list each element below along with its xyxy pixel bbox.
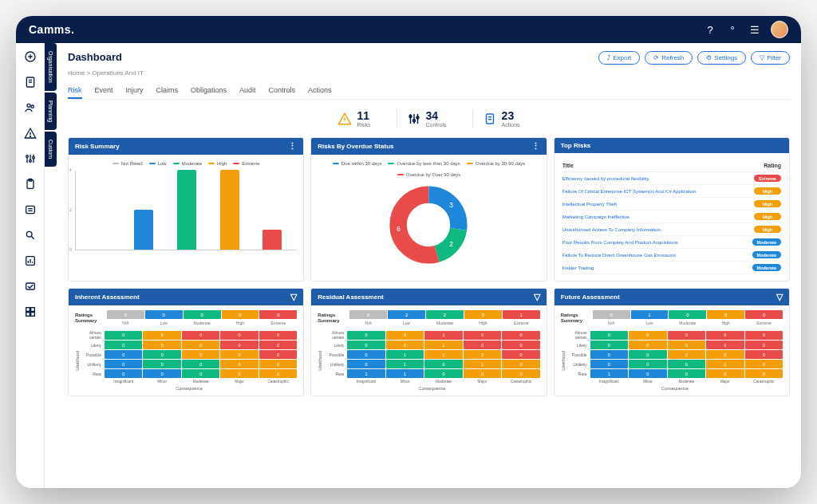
matrix-cell[interactable]: 0 xyxy=(259,350,297,359)
matrix-cell[interactable]: 1 xyxy=(424,350,462,359)
matrix-cell[interactable]: 0 xyxy=(259,369,297,378)
matrix-cell[interactable]: 0 xyxy=(668,331,705,340)
matrix-cell[interactable]: 0 xyxy=(220,350,258,359)
matrix-cell[interactable]: 0 xyxy=(347,341,385,349)
matrix-cell[interactable]: 0 xyxy=(105,341,142,349)
matrix-cell[interactable]: 0 xyxy=(590,360,628,368)
matrix-cell[interactable]: 0 xyxy=(386,331,424,340)
matrix-cell[interactable]: 0 xyxy=(259,360,297,368)
matrix-cell[interactable]: 0 xyxy=(464,341,501,349)
tab-obligations[interactable]: Obligations xyxy=(191,83,227,99)
matrix-cell[interactable]: 0 xyxy=(182,331,219,340)
matrix-cell[interactable]: 0 xyxy=(182,350,219,359)
matrix-cell[interactable]: 0 xyxy=(668,369,705,378)
tab-risk[interactable]: Risk xyxy=(68,83,82,99)
matrix-cell[interactable]: 0 xyxy=(629,360,666,368)
matrix-cell[interactable]: 0 xyxy=(590,341,628,349)
users-icon[interactable] xyxy=(23,100,37,115)
matrix-cell[interactable]: 0 xyxy=(220,341,258,349)
matrix-cell[interactable]: 0 xyxy=(668,360,705,368)
matrix-cell[interactable]: 0 xyxy=(220,369,258,378)
menu-icon[interactable]: ☰ xyxy=(748,23,761,36)
matrix-cell[interactable]: 0 xyxy=(706,341,744,349)
matrix-cell[interactable]: 0 xyxy=(259,341,297,349)
matrix-cell[interactable]: 0 xyxy=(182,360,219,368)
matrix-cell[interactable]: 0 xyxy=(706,350,744,359)
clipboard-icon[interactable] xyxy=(23,177,37,191)
message-icon[interactable] xyxy=(23,279,37,293)
settings-button[interactable]: ⚙Settings xyxy=(697,51,746,65)
risk-link[interactable]: Poor Results From Company And Product Ac… xyxy=(562,240,752,245)
matrix-cell[interactable]: 0 xyxy=(668,341,705,349)
matrix-cell[interactable]: 0 xyxy=(629,341,666,349)
matrix-cell[interactable]: 0 xyxy=(143,360,180,368)
matrix-cell[interactable]: 0 xyxy=(259,331,297,340)
matrix-cell[interactable]: 0 xyxy=(745,341,783,349)
matrix-cell[interactable]: 1 xyxy=(386,360,424,368)
matrix-cell[interactable]: 0 xyxy=(629,331,666,340)
matrix-cell[interactable]: 0 xyxy=(590,331,628,340)
tab-audit[interactable]: Audit xyxy=(239,83,256,99)
vert-tab-planning[interactable]: Planning xyxy=(45,93,57,130)
matrix-cell[interactable]: 0 xyxy=(143,341,180,349)
matrix-cell[interactable]: 1 xyxy=(424,341,462,349)
matrix-cell[interactable]: 0 xyxy=(143,331,180,340)
add-icon[interactable] xyxy=(23,49,37,64)
matrix-cell[interactable]: 0 xyxy=(590,350,628,359)
matrix-cell[interactable]: 0 xyxy=(668,350,705,359)
refresh-button[interactable]: ⟳Refresh xyxy=(645,51,693,65)
search-doc-icon[interactable] xyxy=(23,228,37,242)
matrix-cell[interactable]: 0 xyxy=(745,331,783,340)
vert-tab-organisation[interactable]: Organisation xyxy=(45,43,57,91)
matrix-cell[interactable]: 0 xyxy=(220,360,258,368)
matrix-cell[interactable]: 0 xyxy=(424,369,462,378)
matrix-cell[interactable]: 1 xyxy=(386,350,424,359)
matrix-cell[interactable]: 2 xyxy=(464,350,501,359)
matrix-cell[interactable]: 0 xyxy=(105,369,142,378)
matrix-cell[interactable]: 0 xyxy=(629,369,666,378)
matrix-cell[interactable]: 0 xyxy=(502,360,539,368)
matrix-cell[interactable]: 0 xyxy=(386,341,424,349)
sliders-icon[interactable] xyxy=(23,152,37,166)
matrix-cell[interactable]: 0 xyxy=(502,350,539,359)
matrix-cell[interactable]: 0 xyxy=(347,350,385,359)
matrix-cell[interactable]: 0 xyxy=(424,360,462,368)
matrix-cell[interactable]: 0 xyxy=(143,369,180,378)
filter-button[interactable]: ▽Filter xyxy=(751,51,790,65)
warning-icon[interactable] xyxy=(23,126,37,140)
chart-icon[interactable] xyxy=(23,254,37,268)
funnel-icon[interactable]: ▽ xyxy=(534,293,540,301)
risk-link[interactable]: Unauthorised Access To Company Informati… xyxy=(562,227,754,232)
matrix-cell[interactable]: 0 xyxy=(464,331,501,340)
matrix-cell[interactable]: 0 xyxy=(143,350,180,359)
matrix-cell[interactable]: 0 xyxy=(629,350,666,359)
risk-link[interactable]: Efficiency caused by procedural flexibil… xyxy=(562,176,754,181)
matrix-cell[interactable]: 1 xyxy=(347,369,385,378)
notifications-icon[interactable]: ° xyxy=(726,23,739,36)
risk-link[interactable]: Intellectual Property Theft xyxy=(562,202,754,207)
matrix-cell[interactable]: 1 xyxy=(386,369,424,378)
matrix-cell[interactable]: 0 xyxy=(105,360,142,368)
export-button[interactable]: ⤴Export xyxy=(598,51,640,65)
risk-link[interactable]: Insider Trading xyxy=(562,266,752,270)
matrix-cell[interactable]: 0 xyxy=(347,360,385,368)
avatar[interactable] xyxy=(771,21,788,38)
help-icon[interactable]: ? xyxy=(704,23,716,36)
tab-event[interactable]: Event xyxy=(95,83,113,99)
matrix-cell[interactable]: 1 xyxy=(424,331,462,340)
funnel-icon[interactable]: ▽ xyxy=(290,293,297,301)
more-icon[interactable]: ⋮ xyxy=(531,142,540,151)
risk-link[interactable]: Marketing Campaign Ineffective xyxy=(562,215,754,219)
funnel-icon[interactable]: ▽ xyxy=(776,293,783,301)
vert-tab-custom[interactable]: Custom xyxy=(45,132,57,167)
matrix-cell[interactable]: 0 xyxy=(745,369,783,378)
matrix-cell[interactable]: 0 xyxy=(706,369,744,378)
risk-link[interactable]: Failure Of Critical Enterprise ICT Syste… xyxy=(562,189,754,194)
matrix-cell[interactable]: 0 xyxy=(347,331,385,340)
tab-actions[interactable]: Actions xyxy=(308,83,332,99)
matrix-cell[interactable]: 0 xyxy=(105,331,142,340)
tab-controls[interactable]: Controls xyxy=(269,83,296,99)
matrix-cell[interactable]: 0 xyxy=(464,369,501,378)
matrix-cell[interactable]: 0 xyxy=(745,360,783,368)
matrix-cell[interactable]: 0 xyxy=(182,341,219,349)
